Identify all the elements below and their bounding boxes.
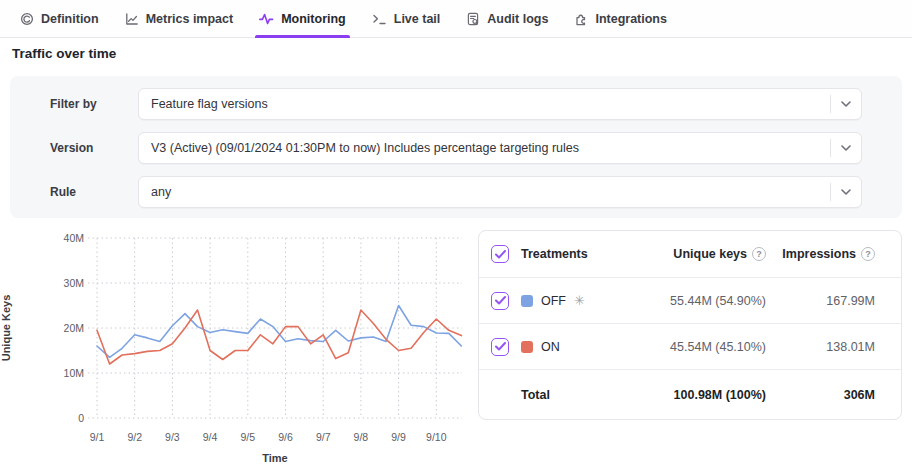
svg-text:9/7: 9/7 bbox=[316, 431, 331, 443]
metrics-impact-icon bbox=[125, 12, 139, 26]
impressions-cell: 167.99M bbox=[766, 294, 901, 308]
chevron-down-icon bbox=[831, 145, 861, 151]
on-checkbox[interactable] bbox=[491, 338, 509, 356]
svg-text:Unique Keys: Unique Keys bbox=[0, 295, 12, 362]
monitoring-icon bbox=[259, 12, 274, 26]
filter-panel: Filter by Feature flag versions Version … bbox=[10, 76, 902, 218]
version-select[interactable]: V3 (Active) (09/01/2024 01:30PM to now) … bbox=[138, 132, 862, 164]
table-row-on: ON 45.54M (45.10%) 138.01M bbox=[479, 324, 901, 370]
tab-label: Live tail bbox=[394, 12, 441, 26]
svg-text:9/6: 9/6 bbox=[278, 431, 293, 443]
filter-row-rule: Rule any bbox=[10, 176, 902, 208]
unique-keys-cell: 55.44M (54.90%) bbox=[616, 294, 766, 308]
monitoring-page: Definition Metrics impact Monitoring bbox=[0, 0, 912, 470]
svg-text:Time: Time bbox=[262, 452, 287, 464]
tab-label: Definition bbox=[41, 12, 99, 26]
help-icon[interactable]: ? bbox=[752, 247, 766, 261]
treatment-name: ON bbox=[541, 340, 560, 354]
col-header-impressions: Impressions ? bbox=[766, 247, 901, 261]
line-chart-svg: 010M20M30M40M9/19/29/39/49/59/69/79/89/9… bbox=[0, 228, 470, 470]
svg-text:9/1: 9/1 bbox=[90, 431, 105, 443]
page-title: Traffic over time bbox=[12, 46, 116, 61]
filter-by-select[interactable]: Feature flag versions bbox=[138, 88, 862, 120]
tab-live-tail[interactable]: Live tail bbox=[372, 0, 441, 38]
tab-label: Integrations bbox=[595, 12, 667, 26]
tab-monitoring[interactable]: Monitoring bbox=[259, 0, 346, 38]
tab-label: Metrics impact bbox=[146, 12, 234, 26]
impressions-cell: 138.01M bbox=[766, 340, 901, 354]
help-icon[interactable]: ? bbox=[861, 247, 875, 261]
svg-text:9/10: 9/10 bbox=[426, 431, 447, 443]
filter-label: Rule bbox=[50, 185, 76, 199]
rule-select[interactable]: any bbox=[138, 176, 862, 208]
select-all-checkbox[interactable] bbox=[491, 245, 509, 263]
tab-definition[interactable]: Definition bbox=[20, 0, 99, 38]
table-row-off: OFF ✳ 55.44M (54.90%) 167.99M bbox=[479, 278, 901, 324]
svg-text:9/2: 9/2 bbox=[127, 431, 142, 443]
tab-metrics-impact[interactable]: Metrics impact bbox=[125, 0, 234, 38]
total-unique-keys: 100.98M (100%) bbox=[616, 388, 766, 402]
tab-label: Monitoring bbox=[281, 12, 346, 26]
treatment-cell: ON bbox=[521, 340, 616, 354]
filter-label: Filter by bbox=[50, 97, 97, 111]
svg-text:20M: 20M bbox=[64, 322, 84, 334]
select-value: V3 (Active) (09/01/2024 01:30PM to now) … bbox=[139, 141, 830, 155]
svg-text:40M: 40M bbox=[64, 232, 84, 244]
svg-text:9/4: 9/4 bbox=[203, 431, 218, 443]
svg-text:30M: 30M bbox=[64, 277, 84, 289]
table-total-row: Total 100.98M (100%) 306M bbox=[479, 370, 901, 419]
col-header-unique-keys: Unique keys ? bbox=[616, 247, 766, 261]
traffic-chart: 010M20M30M40M9/19/29/39/49/59/69/79/89/9… bbox=[0, 228, 470, 470]
chevron-down-icon bbox=[831, 189, 861, 195]
table-header-row: Treatments Unique keys ? Impressions ? bbox=[479, 231, 901, 278]
svg-text:9/8: 9/8 bbox=[354, 431, 369, 443]
filter-row-filter-by: Filter by Feature flag versions bbox=[10, 88, 902, 120]
col-header-label: Unique keys bbox=[673, 247, 747, 261]
treatment-cell: OFF ✳ bbox=[521, 293, 616, 308]
tab-audit-logs[interactable]: Audit logs bbox=[466, 0, 548, 38]
on-color-swatch bbox=[521, 341, 533, 353]
off-checkbox[interactable] bbox=[491, 292, 509, 310]
integrations-icon bbox=[574, 12, 588, 26]
tab-label: Audit logs bbox=[487, 12, 548, 26]
off-color-swatch bbox=[521, 295, 533, 307]
filter-label: Version bbox=[50, 141, 93, 155]
treatment-name: OFF bbox=[541, 294, 566, 308]
live-tail-icon bbox=[372, 12, 387, 26]
tab-bar: Definition Metrics impact Monitoring bbox=[0, 0, 912, 38]
col-header-label: Impressions bbox=[782, 247, 856, 261]
total-label: Total bbox=[521, 388, 616, 402]
definition-icon bbox=[20, 12, 34, 26]
audit-logs-icon bbox=[466, 12, 480, 26]
unique-keys-cell: 45.54M (45.10%) bbox=[616, 340, 766, 354]
select-value: any bbox=[139, 185, 830, 199]
treatments-table: Treatments Unique keys ? Impressions ? O… bbox=[478, 230, 902, 420]
tab-integrations[interactable]: Integrations bbox=[574, 0, 667, 38]
default-treatment-icon: ✳ bbox=[574, 293, 585, 308]
svg-text:0: 0 bbox=[78, 412, 84, 424]
svg-text:9/9: 9/9 bbox=[391, 431, 406, 443]
filter-row-version: Version V3 (Active) (09/01/2024 01:30PM … bbox=[10, 132, 902, 164]
col-header-treatments: Treatments bbox=[521, 247, 616, 261]
svg-text:9/3: 9/3 bbox=[165, 431, 180, 443]
select-value: Feature flag versions bbox=[139, 97, 830, 111]
svg-text:10M: 10M bbox=[64, 367, 84, 379]
total-impressions: 306M bbox=[766, 388, 901, 402]
chevron-down-icon bbox=[831, 101, 861, 107]
svg-text:9/5: 9/5 bbox=[240, 431, 255, 443]
